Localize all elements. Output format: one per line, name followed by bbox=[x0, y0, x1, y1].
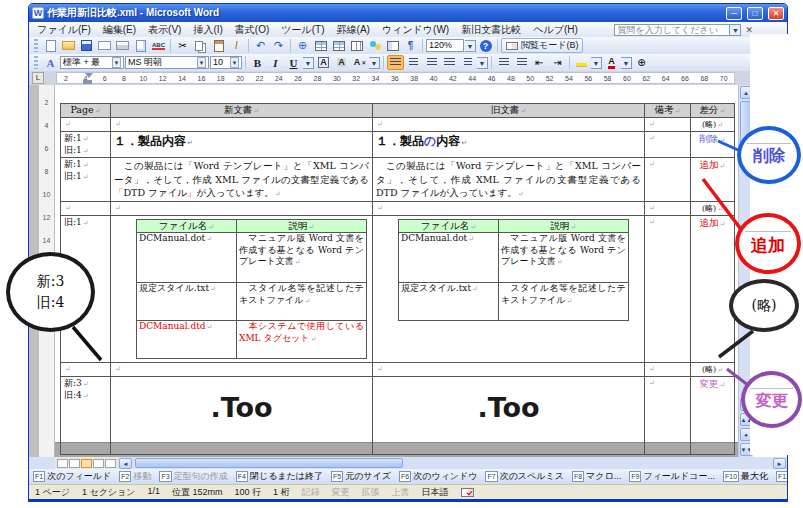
diff-cell[interactable]: (略)↵ bbox=[691, 201, 735, 215]
note-cell[interactable]: ↵ bbox=[645, 158, 691, 201]
new-heading-cell[interactable]: １．製品内容↵ bbox=[111, 132, 373, 158]
character-scale-button[interactable]: A✕ bbox=[351, 55, 368, 70]
drawing-icon[interactable] bbox=[366, 38, 383, 53]
tab-selector[interactable]: L bbox=[32, 72, 44, 84]
italic-button[interactable]: I bbox=[267, 55, 284, 70]
page-cell[interactable]: 新:1↵ 旧:1↵ bbox=[61, 132, 111, 158]
menu-item[interactable]: ツール(T) bbox=[275, 23, 330, 37]
spelling-icon[interactable]: ABC bbox=[150, 38, 167, 53]
help-icon[interactable]: ? bbox=[477, 38, 494, 53]
description-cell[interactable]: マニュアル版 Word 文書を作成する基となる Word テンプレート文書↵ bbox=[237, 233, 367, 283]
close-button[interactable]: ✕ bbox=[768, 7, 784, 20]
decrease-indent-button[interactable]: ⇤ bbox=[531, 55, 548, 70]
file-name-cell[interactable]: 規定スタイル.txt↵ bbox=[399, 283, 499, 321]
old-heading-cell[interactable]: １．製品の内容↵ bbox=[373, 132, 645, 158]
left-indent-marker[interactable] bbox=[83, 80, 92, 84]
description-cell[interactable]: スタイル名等を記述したテキストファイル↵ bbox=[499, 283, 629, 321]
old-paragraph-cell[interactable]: この製品には「Word テンプレート」と「XML コンバータ」，そして，作成 X… bbox=[373, 158, 645, 201]
normal-view-button[interactable] bbox=[57, 459, 68, 468]
character-shading-button[interactable]: A bbox=[333, 55, 350, 70]
font-color-button[interactable]: A bbox=[603, 55, 620, 70]
col-header-new[interactable]: 新文書↵ bbox=[111, 104, 373, 118]
maximize-button[interactable]: □ bbox=[747, 7, 763, 20]
diff-cell[interactable]: 追加↵ bbox=[691, 158, 735, 201]
scale-dropdown-icon[interactable]: ▼ bbox=[369, 57, 380, 69]
copy-icon[interactable] bbox=[192, 38, 209, 53]
old-filetable-cell[interactable]: ファイル名↵ 説明↵ DCManual.dot↵ マニュアル版 Word 文書を… bbox=[373, 215, 645, 362]
align-right-button[interactable] bbox=[423, 55, 440, 70]
added-file-name-cell[interactable]: DCManual.dtd↵ bbox=[137, 321, 237, 359]
description-cell[interactable]: マニュアル版 Word 文書を作成する基となる Word テンプレート文書↵ bbox=[499, 233, 629, 283]
empty-cell[interactable]: ↵ bbox=[61, 363, 111, 377]
new-logo-cell[interactable]: .Too bbox=[111, 377, 373, 455]
new-filetable-cell[interactable]: ファイル名↵ 説明↵ DCManual.dot↵ マニュアル版 Word 文書を… bbox=[111, 215, 373, 362]
font-color-dropdown-icon[interactable]: ▼ bbox=[621, 57, 632, 69]
underline-button[interactable]: U bbox=[285, 55, 302, 70]
col-header-diff[interactable]: 差分↵ bbox=[691, 104, 735, 118]
file-name-cell[interactable]: DCManual.dot↵ bbox=[137, 233, 237, 283]
file-name-header[interactable]: ファイル名↵ bbox=[399, 219, 499, 232]
scroll-left-icon[interactable]: ◄ bbox=[119, 458, 132, 469]
diff-cell[interactable]: (略)↵ bbox=[691, 118, 735, 132]
note-cell[interactable]: ↵ bbox=[645, 215, 691, 362]
scroll-right-icon[interactable]: ► bbox=[773, 458, 786, 469]
open-icon[interactable] bbox=[60, 38, 77, 53]
line-spacing-dropdown-icon[interactable]: ▼ bbox=[477, 57, 488, 69]
menu-item[interactable]: 書式(O) bbox=[229, 23, 275, 37]
zoom-select[interactable]: 120% bbox=[426, 39, 464, 52]
cut-icon[interactable]: ✂ bbox=[174, 38, 191, 53]
print-layout-view-button[interactable] bbox=[81, 459, 92, 468]
file-name-header[interactable]: ファイル名↵ bbox=[137, 219, 237, 232]
horizontal-scroll-thumb[interactable] bbox=[135, 458, 403, 468]
empty-cell[interactable]: ↵ bbox=[373, 363, 645, 377]
col-header-page[interactable]: ▪Page↵ bbox=[61, 104, 111, 118]
print-icon[interactable] bbox=[114, 38, 131, 53]
mail-icon[interactable] bbox=[96, 38, 113, 53]
page-cell[interactable]: 新:3↵ 旧:4↵ bbox=[61, 377, 111, 455]
diff-cell[interactable]: (略)↵ bbox=[691, 363, 735, 377]
undo-icon[interactable]: ↶ bbox=[252, 38, 269, 53]
empty-cell[interactable]: ↵ bbox=[111, 363, 373, 377]
menu-item[interactable]: 編集(E) bbox=[97, 23, 142, 37]
menu-item[interactable]: 新旧文書比較 bbox=[455, 23, 527, 37]
minimize-button[interactable]: ─ bbox=[726, 7, 742, 20]
enclose-characters-button[interactable]: ⊕ bbox=[633, 55, 650, 70]
numbering-button[interactable] bbox=[495, 55, 512, 70]
first-line-indent-marker[interactable] bbox=[85, 73, 93, 78]
menu-item[interactable]: 罫線(A) bbox=[331, 23, 376, 37]
document-page[interactable]: ▪Page↵ 新文書↵ 旧文書↵ 備考↵ 差分↵ ↵ ↵ ↵ ↵ (略)↵ bbox=[55, 85, 738, 443]
menu-item[interactable]: 挿入(I) bbox=[187, 23, 228, 37]
styles-pane-icon[interactable]: A bbox=[42, 55, 59, 70]
insert-table-icon[interactable] bbox=[330, 38, 347, 53]
document-map-icon[interactable] bbox=[384, 38, 401, 53]
bullets-button[interactable] bbox=[513, 55, 530, 70]
distribute-button[interactable] bbox=[441, 55, 458, 70]
added-description-cell[interactable]: 本システムで使用している XML タグセット↵ bbox=[237, 321, 367, 359]
font-size-select[interactable]: 10▼ bbox=[210, 56, 242, 69]
spelling-status-icon[interactable] bbox=[461, 488, 474, 497]
diff-cell[interactable]: 変更↵ bbox=[691, 377, 735, 455]
question-box-dropdown-icon[interactable]: ▼ bbox=[730, 24, 741, 36]
horizontal-ruler[interactable]: L 24681012141618202224262830323436384042… bbox=[29, 71, 787, 85]
increase-indent-button[interactable]: ⇥ bbox=[549, 55, 566, 70]
font-select[interactable]: MS 明朝▼ bbox=[125, 56, 209, 69]
empty-cell[interactable]: ↵ bbox=[111, 201, 373, 215]
menubar-close-icon[interactable]: ✕ bbox=[741, 25, 757, 35]
style-select[interactable]: 標準 + 最▼ bbox=[60, 56, 124, 69]
bold-button[interactable]: B bbox=[249, 55, 266, 70]
reading-mode-button[interactable]: 閲覧モード(B) bbox=[501, 38, 583, 53]
function-key-button[interactable]: F8マクロ... bbox=[572, 470, 621, 483]
highlight-button[interactable] bbox=[573, 55, 590, 70]
function-key-button[interactable]: F9フィールドコー... bbox=[629, 470, 715, 483]
hyperlink-icon[interactable]: ⊕ bbox=[294, 38, 311, 53]
menu-item[interactable]: ウィンドウ(W) bbox=[376, 23, 455, 37]
question-box[interactable]: 質問を入力してください bbox=[614, 24, 730, 36]
print-preview-icon[interactable] bbox=[132, 38, 149, 53]
outline-view-button[interactable] bbox=[93, 459, 104, 468]
note-cell[interactable]: ↵ bbox=[645, 132, 691, 158]
function-key-button[interactable]: F6次のウィンドウ bbox=[399, 470, 477, 483]
format-painter-icon[interactable]: / bbox=[228, 38, 245, 53]
function-key-button[interactable]: F5元のサイズ bbox=[331, 470, 391, 483]
function-key-button[interactable]: F11Visual Basic... bbox=[776, 471, 787, 482]
function-key-button[interactable]: F7次のスペルミス bbox=[485, 470, 563, 483]
